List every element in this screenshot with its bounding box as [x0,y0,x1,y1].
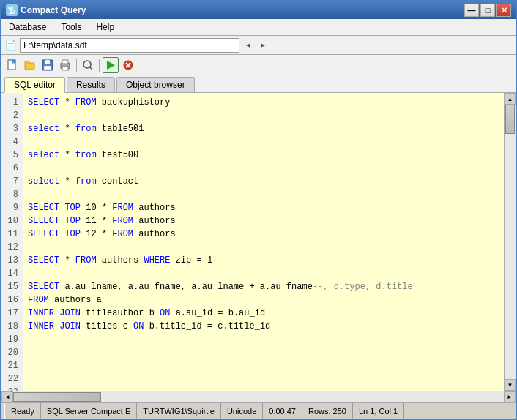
token: authors [97,255,144,266]
editor-body: 123456789101112131415161718192021222324 … [1,93,516,402]
status-rows: Rows: 250 [302,403,353,419]
vertical-scrollbar[interactable]: ▲ ▼ [504,93,516,391]
line-number: 4 [1,135,23,149]
code-line: SELECT TOP 12 * FROM authors [28,228,499,241]
code-line: SELECT TOP 11 * FROM authors [28,214,499,228]
line-number: 20 [1,346,23,359]
token: table501 [97,124,144,134]
token: contact [97,176,139,187]
code-line [28,372,499,386]
line-number: 3 [1,122,23,135]
svg-rect-7 [62,60,68,64]
maximize-button[interactable]: □ [480,4,495,17]
code-line [28,346,499,359]
address-bar: 📄 ◄ ► [1,36,516,55]
token: from [75,124,97,134]
svg-rect-4 [45,60,50,64]
code-line: SELECT * FROM backuphistory [28,96,499,109]
token: FROM [112,203,133,213]
token: select [28,176,59,187]
minimize-button[interactable]: — [464,4,479,17]
token: INNER [28,321,54,331]
print-button[interactable] [57,57,73,73]
menu-help[interactable]: Help [92,20,119,34]
scroll-track-horizontal[interactable] [13,391,504,402]
menu-tools[interactable]: Tools [56,20,86,34]
toolbar-separator-2 [99,59,100,72]
token: a.au_lname, a.au_fname, a.au_lname + a.a… [59,282,313,292]
token: authors a [49,295,102,305]
code-line: select * from contact [28,175,499,188]
line-number: 12 [1,241,23,254]
editor-container: 123456789101112131415161718192021222324 … [1,93,516,391]
status-encoding: Unicode [221,403,263,419]
code-line [28,333,499,346]
token: JOIN [59,321,81,331]
toolbar [1,55,516,75]
code-line [28,135,499,149]
line-number: 8 [1,188,23,201]
title-bar-buttons: — □ ✕ [464,4,511,17]
tab-object-browser[interactable]: Object browser [116,77,195,92]
scroll-track-vertical[interactable] [505,105,516,379]
main-window: 🗜 Compact Query — □ ✕ Database Tools Hel… [0,0,517,420]
line-number: 10 [1,214,23,228]
line-number: 23 [1,386,23,391]
menu-database[interactable]: Database [4,20,51,34]
nav-forward-button[interactable]: ► [257,40,269,51]
code-line [28,109,499,122]
scroll-up-button[interactable]: ▲ [505,93,516,105]
scroll-left-button[interactable]: ◄ [1,391,13,403]
token: FROM [28,295,49,305]
search-button[interactable] [80,57,96,73]
line-number: 1 [1,96,23,109]
token: from [75,150,97,160]
line-number: 21 [1,359,23,372]
title-bar-left: 🗜 Compact Query [6,4,86,16]
tab-results[interactable]: Results [67,77,115,92]
menu-bar: Database Tools Help [1,19,516,36]
search-icon [82,59,94,71]
scroll-right-button[interactable]: ► [504,391,516,403]
line-number: 11 [1,228,23,241]
token: INNER [28,308,54,318]
stop-button[interactable] [120,57,136,73]
code-line [28,359,499,372]
token: SELECT [28,255,59,266]
token: from [75,176,97,187]
line-numbers: 123456789101112131415161718192021222324 [1,93,23,391]
token: authors [133,203,176,213]
token: test500 [97,150,139,160]
token: FROM [75,255,97,266]
run-button[interactable] [103,57,119,73]
tab-sql-editor[interactable]: SQL editor [4,77,65,93]
save-icon [42,59,53,71]
open-icon [24,59,36,71]
status-position: Ln 1, Col 1 [353,403,404,419]
status-bar: Ready SQL Server Compact E TURTWIG1\Squi… [1,402,516,419]
address-input[interactable] [20,38,239,53]
line-number: 17 [1,307,23,320]
horizontal-scrollbar[interactable]: ◄ ► [1,391,516,402]
line-number: 18 [1,320,23,333]
line-number: 19 [1,333,23,346]
scroll-thumb-horizontal[interactable] [13,392,101,402]
token: * [59,124,75,134]
token: WHERE [144,255,170,266]
token: b.title_id = c.title_id [144,321,270,331]
token: * [59,150,75,160]
svg-rect-5 [44,66,51,70]
token: ON [133,321,144,331]
scroll-thumb-vertical[interactable] [505,105,515,134]
scroll-down-button[interactable]: ▼ [505,379,516,391]
svg-rect-8 [62,67,68,70]
run-icon [105,59,116,71]
token: a.au_id = b.au_id [170,308,265,318]
nav-back-button[interactable]: ◄ [242,40,254,51]
close-button[interactable]: ✕ [496,4,511,17]
save-button[interactable] [40,57,56,73]
line-number: 22 [1,372,23,386]
editor-content[interactable]: SELECT * FROM backuphistory select * fro… [23,93,504,391]
open-button[interactable] [22,57,38,73]
new-button[interactable] [4,57,21,73]
